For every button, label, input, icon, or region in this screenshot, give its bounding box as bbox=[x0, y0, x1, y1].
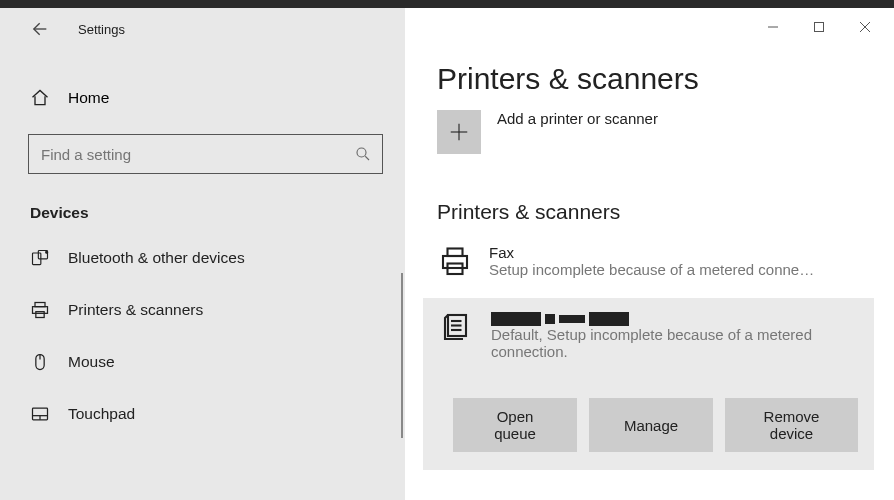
printer-icon bbox=[437, 244, 475, 282]
sidebar-item-label: Bluetooth & other devices bbox=[68, 249, 245, 267]
search-input[interactable] bbox=[41, 146, 354, 163]
selected-device-card[interactable]: Default, Setup incomplete because of a m… bbox=[423, 298, 874, 470]
sidebar-item-label: Touchpad bbox=[68, 405, 135, 423]
svg-rect-7 bbox=[33, 307, 48, 314]
sidebar-item-label: Mouse bbox=[68, 353, 115, 371]
add-printer-label: Add a printer or scanner bbox=[497, 110, 658, 127]
svg-rect-8 bbox=[36, 312, 44, 318]
svg-point-5 bbox=[46, 251, 48, 253]
open-queue-button[interactable]: Open queue bbox=[453, 398, 577, 452]
home-label: Home bbox=[68, 89, 109, 107]
sidebar-item-printers[interactable]: Printers & scanners bbox=[0, 284, 405, 336]
sidebar-scrollbar[interactable] bbox=[401, 273, 403, 438]
printer-document-icon bbox=[439, 312, 477, 350]
device-name: Fax bbox=[489, 244, 814, 261]
svg-rect-15 bbox=[815, 23, 824, 32]
window-title: Settings bbox=[78, 22, 125, 37]
sidebar-item-label: Printers & scanners bbox=[68, 301, 203, 319]
svg-rect-6 bbox=[35, 303, 45, 307]
device-actions: Open queue Manage Remove device bbox=[439, 360, 858, 452]
device-row-fax[interactable]: Fax Setup incomplete because of a metere… bbox=[405, 234, 894, 292]
back-icon[interactable] bbox=[28, 19, 48, 39]
maximize-button[interactable] bbox=[796, 12, 842, 42]
main-content: Printers & scanners Add a printer or sca… bbox=[405, 8, 894, 500]
plus-icon bbox=[437, 110, 481, 154]
settings-sidebar: Settings Home Devices bbox=[0, 8, 405, 500]
sidebar-item-touchpad[interactable]: Touchpad bbox=[0, 388, 405, 440]
manage-button[interactable]: Manage bbox=[589, 398, 713, 452]
title-bar-dark bbox=[0, 0, 894, 8]
svg-rect-20 bbox=[448, 249, 463, 257]
sidebar-item-mouse[interactable]: Mouse bbox=[0, 336, 405, 388]
svg-line-2 bbox=[365, 156, 369, 160]
home-nav[interactable]: Home bbox=[0, 80, 405, 116]
sidebar-section-header: Devices bbox=[0, 174, 405, 232]
add-printer-row[interactable]: Add a printer or scanner bbox=[405, 106, 894, 154]
window-controls bbox=[750, 12, 888, 42]
remove-device-button[interactable]: Remove device bbox=[725, 398, 858, 452]
mouse-icon bbox=[30, 352, 50, 372]
touchpad-icon bbox=[30, 404, 50, 424]
search-input-wrap[interactable] bbox=[28, 134, 383, 174]
selected-device-name bbox=[491, 312, 858, 326]
printer-icon bbox=[30, 300, 50, 320]
svg-point-1 bbox=[357, 148, 366, 157]
section-header: Printers & scanners bbox=[405, 154, 894, 234]
close-button[interactable] bbox=[842, 12, 888, 42]
devices-icon bbox=[30, 248, 50, 268]
search-icon bbox=[354, 145, 372, 163]
minimize-button[interactable] bbox=[750, 12, 796, 42]
device-status: Setup incomplete because of a metered co… bbox=[489, 261, 814, 278]
selected-device-status: Default, Setup incomplete because of a m… bbox=[491, 326, 831, 360]
home-icon bbox=[30, 88, 50, 108]
sidebar-item-bluetooth[interactable]: Bluetooth & other devices bbox=[0, 232, 405, 284]
